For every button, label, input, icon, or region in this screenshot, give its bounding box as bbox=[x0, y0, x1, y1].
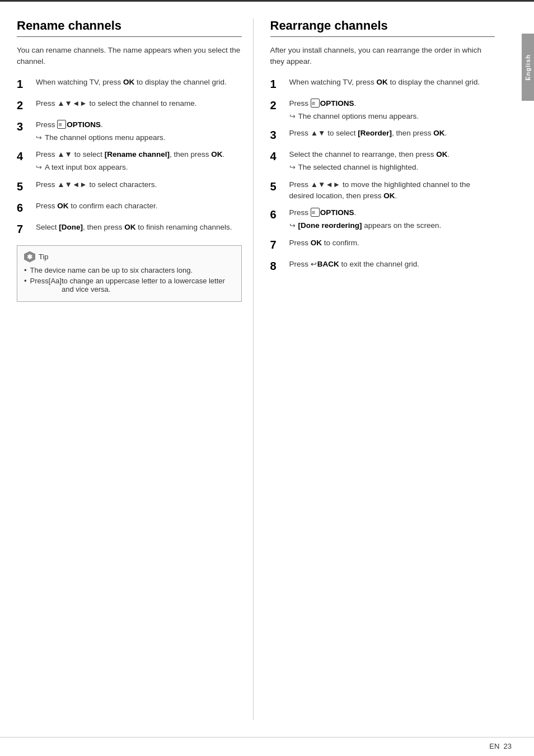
rearrange-step-4: 4 Select the channel to rearrange, then … bbox=[270, 149, 495, 174]
bottom-bar: EN 23 bbox=[0, 737, 534, 756]
tip-bullet-1: The device name can be up to six charact… bbox=[24, 266, 235, 274]
step-4-arrow: ↪ A text input box appears. bbox=[36, 162, 242, 173]
rename-step-7: 7 Select [Done], then press OK to finish… bbox=[17, 222, 242, 237]
rename-step-3: 3 Press OPTIONS. ↪ The channel options m… bbox=[17, 119, 242, 144]
step-number-1: 1 bbox=[17, 76, 32, 92]
step-3-arrow: ↪ The channel options menu appears. bbox=[36, 132, 242, 143]
step-number-5: 5 bbox=[17, 178, 32, 195]
rearrange-step-4-content: Select the channel to rearrange, then pr… bbox=[289, 149, 495, 174]
tip-label: Tip bbox=[39, 253, 49, 261]
rearrange-step-3-content: Press ▲▼ to select [Reorder], then press… bbox=[289, 128, 495, 139]
step-4-content: Press ▲▼ to select [Rename channel], the… bbox=[36, 149, 242, 174]
rearrange-step-2: 2 Press OPTIONS. ↪ The channel options m… bbox=[270, 98, 495, 123]
rename-step-2: 2 Press ▲▼◄► to select the channel to re… bbox=[17, 98, 242, 114]
rename-channels-section: Rename channels You can rename channels.… bbox=[17, 18, 254, 720]
rearrange-step-number-6: 6 bbox=[270, 206, 286, 223]
step-3-content: Press OPTIONS. ↪ The channel options men… bbox=[36, 119, 242, 144]
rename-steps-list: 1 When watching TV, press OK to display … bbox=[17, 77, 242, 237]
side-tab-label: English bbox=[524, 54, 531, 81]
options-icon-r6 bbox=[311, 208, 320, 217]
rearrange-step-8-content: Press ↩BACK to exit the channel grid. bbox=[289, 259, 495, 270]
step-number-4: 4 bbox=[17, 148, 32, 165]
step-number-2: 2 bbox=[17, 97, 32, 114]
rearrange-step-5: 5 Press ▲▼◄► to move the highlighted cha… bbox=[270, 179, 495, 202]
options-icon-3 bbox=[57, 120, 66, 129]
rearrange-channels-section: Rearrange channels After you install cha… bbox=[265, 18, 512, 720]
step-5-content: Press ▲▼◄► to select characters. bbox=[36, 179, 242, 190]
rename-channels-title: Rename channels bbox=[17, 18, 242, 37]
rearrange-step-number-1: 1 bbox=[270, 76, 286, 92]
rename-step-6: 6 Press OK to confirm each character. bbox=[17, 200, 242, 216]
page-container: English Rename channels You can rename c… bbox=[0, 0, 534, 756]
tip-box: ✱ Tip The device name can be up to six c… bbox=[17, 245, 242, 302]
rearrange-channels-intro: After you install channels, you can rear… bbox=[270, 45, 495, 68]
rename-channels-intro: You can rename channels. The name appear… bbox=[17, 45, 242, 68]
back-icon: ↩ bbox=[311, 259, 317, 270]
rearrange-step-number-2: 2 bbox=[270, 97, 286, 114]
rearrange-step-number-4: 4 bbox=[270, 148, 286, 165]
rearrange-step-6: 6 Press OPTIONS. ↪ [Done reordering] app… bbox=[270, 207, 495, 232]
tip-icon: ✱ bbox=[24, 251, 35, 263]
rearrange-step-2-content: Press OPTIONS. ↪ The channel options men… bbox=[289, 98, 495, 123]
rearrange-step-1: 1 When watching TV, press OK to display … bbox=[270, 77, 495, 92]
tip-bullet-2: Press [Aa] to change an uppercase letter… bbox=[24, 277, 235, 293]
rearrange-step-3: 3 Press ▲▼ to select [Reorder], then pre… bbox=[270, 128, 495, 143]
rearrange-channels-title: Rearrange channels bbox=[270, 18, 495, 37]
rearrange-step-number-5: 5 bbox=[270, 178, 286, 195]
side-tab: English bbox=[522, 34, 534, 101]
rearrange-step-5-content: Press ▲▼◄► to move the highlighted chann… bbox=[289, 179, 495, 202]
rearrange-step-number-7: 7 bbox=[270, 236, 286, 253]
step-7-content: Select [Done], then press OK to finish r… bbox=[36, 222, 242, 233]
rearrange-step-1-content: When watching TV, press OK to display th… bbox=[289, 77, 495, 88]
rearrange-step-4-arrow: ↪ The selected channel is highlighted. bbox=[289, 162, 495, 173]
rearrange-step-7: 7 Press OK to confirm. bbox=[270, 237, 495, 253]
step-1-content: When watching TV, press OK to display th… bbox=[36, 77, 242, 88]
step-2-content: Press ▲▼◄► to select the channel to rena… bbox=[36, 98, 242, 109]
tip-header: ✱ Tip bbox=[24, 251, 235, 263]
step-6-content: Press OK to confirm each character. bbox=[36, 200, 242, 212]
rearrange-step-6-content: Press OPTIONS. ↪ [Done reordering] appea… bbox=[289, 207, 495, 232]
rearrange-step-6-arrow: ↪ [Done reordering] appears on the scree… bbox=[289, 220, 495, 231]
options-icon-r2 bbox=[311, 99, 320, 108]
step-number-6: 6 bbox=[17, 199, 32, 216]
rearrange-step-2-arrow: ↪ The channel options menu appears. bbox=[289, 111, 495, 122]
rearrange-steps-list: 1 When watching TV, press OK to display … bbox=[270, 77, 495, 274]
rename-step-1: 1 When watching TV, press OK to display … bbox=[17, 77, 242, 92]
step-number-7: 7 bbox=[17, 221, 32, 237]
rearrange-step-8: 8 Press ↩BACK to exit the channel grid. bbox=[270, 259, 495, 274]
rearrange-step-number-8: 8 bbox=[270, 258, 286, 274]
content-area: Rename channels You can rename channels.… bbox=[0, 2, 534, 737]
rearrange-step-7-content: Press OK to confirm. bbox=[289, 237, 495, 249]
rename-step-4: 4 Press ▲▼ to select [Rename channel], t… bbox=[17, 149, 242, 174]
rearrange-step-number-3: 3 bbox=[270, 127, 286, 143]
page-number: EN 23 bbox=[489, 742, 512, 750]
rename-step-5: 5 Press ▲▼◄► to select characters. bbox=[17, 179, 242, 195]
step-number-3: 3 bbox=[17, 118, 32, 135]
